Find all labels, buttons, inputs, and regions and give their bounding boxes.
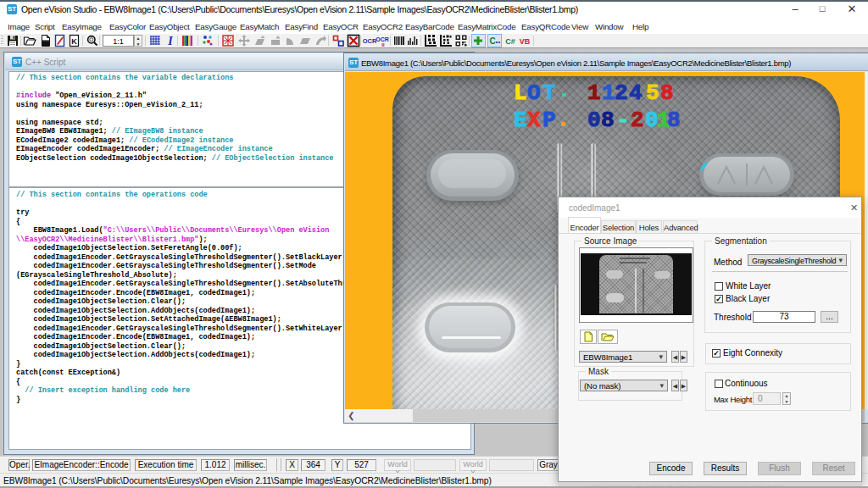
svg-text:C: C (489, 36, 495, 46)
svg-text:K: K (71, 37, 77, 46)
svg-text:C#: C# (505, 37, 515, 46)
svg-text:I: I (167, 35, 173, 47)
svg-text:II: II (381, 42, 385, 47)
svg-text:OCR: OCR (363, 37, 376, 45)
svg-text:VB: VB (520, 37, 531, 46)
